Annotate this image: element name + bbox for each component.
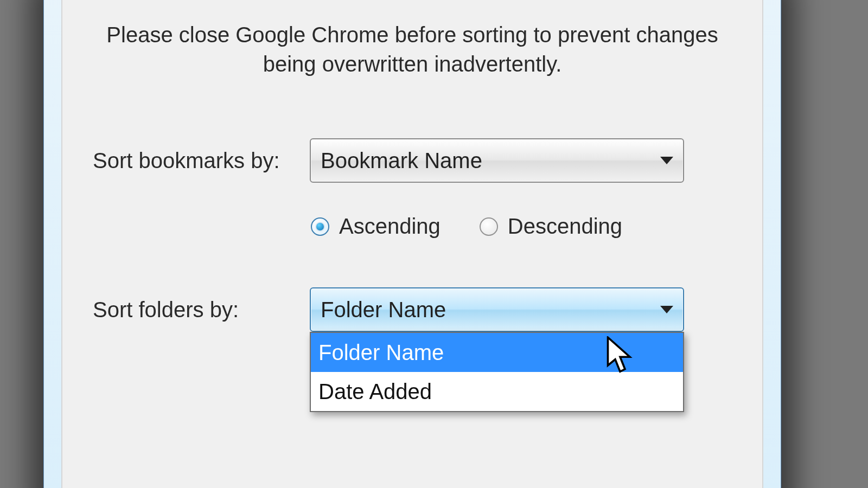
sort-bookmarks-label: Sort bookmarks by: bbox=[93, 149, 310, 173]
radio-ascending[interactable]: Ascending bbox=[311, 214, 441, 239]
sort-folders-selected: Folder Name bbox=[321, 298, 446, 322]
chevron-down-icon bbox=[660, 157, 673, 164]
radio-ascending-label: Ascending bbox=[339, 214, 441, 239]
dialog-window: Please close Google Chrome before sortin… bbox=[43, 0, 781, 488]
sort-folders-dropdown-list: Folder Name Date Added bbox=[310, 332, 684, 412]
sort-bookmarks-control: Bookmark Name bbox=[310, 138, 732, 183]
dropdown-item-date-added[interactable]: Date Added bbox=[311, 372, 683, 411]
radio-circle-icon bbox=[311, 217, 329, 236]
sort-folders-dropdown[interactable]: Folder Name bbox=[310, 287, 684, 332]
radio-descending[interactable]: Descending bbox=[480, 214, 622, 239]
order-radios-group: Ascending Descending bbox=[310, 202, 732, 287]
chevron-down-icon bbox=[660, 306, 673, 313]
row-sort-folders: Sort folders by: Folder Name Folder Name… bbox=[93, 287, 732, 332]
sort-folders-control: Folder Name Folder Name Date Added bbox=[310, 287, 732, 332]
sort-bookmarks-dropdown[interactable]: Bookmark Name bbox=[310, 138, 684, 183]
radio-descending-label: Descending bbox=[508, 214, 622, 239]
row-sort-bookmarks: Sort bookmarks by: Bookmark Name bbox=[93, 138, 732, 183]
radio-circle-icon bbox=[480, 217, 498, 236]
sort-folders-label: Sort folders by: bbox=[93, 298, 310, 322]
dropdown-item-folder-name[interactable]: Folder Name bbox=[311, 333, 683, 372]
instruction-text: Please close Google Chrome before sortin… bbox=[93, 20, 732, 79]
radio-dot-icon bbox=[316, 223, 324, 230]
sort-bookmarks-selected: Bookmark Name bbox=[321, 149, 482, 173]
order-radios: Ascending Descending bbox=[310, 214, 732, 239]
content-panel: Please close Google Chrome before sortin… bbox=[61, 0, 763, 488]
row-order: Ascending Descending bbox=[93, 202, 732, 287]
viewport: Please close Google Chrome before sortin… bbox=[0, 0, 868, 488]
